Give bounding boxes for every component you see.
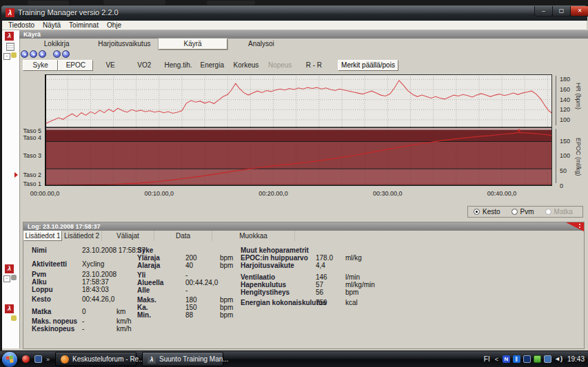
bluetooth-icon[interactable]: ᛒ <box>513 355 520 363</box>
tree-expand-icon[interactable]: - <box>3 53 10 60</box>
detail-value: 00:44.26,0 <box>82 295 116 303</box>
taskbar-button-label: Suunto Training Man... <box>159 355 229 363</box>
volume-icon[interactable]: ◄) <box>554 355 562 363</box>
detail-value: - <box>82 325 116 333</box>
log-corner-flag[interactable] <box>566 222 584 231</box>
detail-label: Kesto <box>32 295 82 303</box>
curve-tab-rr[interactable]: R - R <box>297 60 331 71</box>
language-indicator[interactable]: FI <box>484 355 490 363</box>
window-title: Training Manager versio 2.2.0 <box>18 8 119 17</box>
menu-ohje[interactable]: Ohje <box>105 21 128 29</box>
log-header: Log: 23.10.2008 17:58:37 <box>23 222 584 231</box>
detail-unit: bpm <box>220 311 233 319</box>
close-button[interactable]: ✕ <box>570 6 588 17</box>
log-tab-lisatiedot2[interactable]: Lisätiedot 2 <box>62 231 102 241</box>
detail-row: Ventilaatio146l/min <box>241 273 420 281</box>
detail-row: Alle- <box>137 286 239 294</box>
detail-unit: bpm <box>345 289 358 296</box>
log-list-icon[interactable] <box>6 43 14 51</box>
detail-value: Xycling <box>82 260 116 268</box>
curve-tab-energia[interactable]: Energia <box>195 60 229 71</box>
detail-label: Aktiviteetti <box>32 260 82 268</box>
epoc-axis-line <box>556 129 556 183</box>
tray-n-icon[interactable]: N <box>503 355 510 363</box>
markers-toggle-button[interactable]: Merkit päällä/pois <box>338 60 398 71</box>
quicklaunch-display-icon[interactable] <box>34 355 42 363</box>
detail-unit: bpm <box>220 262 233 269</box>
quicklaunch-chevron-icon[interactable]: » <box>46 356 50 363</box>
suunto-log-icon[interactable]: λ <box>5 304 14 313</box>
hr-axis-title: HR (bpm) <box>575 83 582 109</box>
taskbar-button-suunto[interactable]: λ Suunto Training Man... <box>142 352 223 366</box>
detail-value: 180 <box>185 296 220 304</box>
detail-unit: ml/kg/min <box>345 281 375 289</box>
curve-tab-korkeus[interactable]: Korkeus <box>229 60 263 71</box>
curve-tab-hengtih[interactable]: Heng.tih. <box>161 60 195 71</box>
athlete-icon[interactable] <box>11 315 17 321</box>
curve-tab-syke[interactable]: Syke <box>23 60 58 71</box>
athlete-icon[interactable] <box>11 52 17 58</box>
zoom-out-button[interactable]: − <box>62 50 70 58</box>
minimize-button[interactable]: – <box>534 6 553 17</box>
taso-label: Taso 1 <box>14 180 41 187</box>
detail-row: Loppu18:43:03 <box>32 286 145 293</box>
epoc-tick-label: 150 <box>560 138 570 145</box>
network-icon[interactable] <box>544 355 551 363</box>
detail-value: 146 <box>316 273 345 281</box>
radio-kesto[interactable]: Kesto <box>474 208 500 216</box>
corner-dot <box>579 227 580 228</box>
curve-tab-vo2[interactable]: VO2 <box>128 60 161 71</box>
scroll-right-button[interactable]: ▸ <box>39 50 46 58</box>
log-tab-muokkaa[interactable]: Muokkaa <box>212 231 295 241</box>
detail-value: 23.10.2008 <box>82 271 116 278</box>
detail-unit: km/h <box>116 325 132 333</box>
radio-selected-icon <box>474 209 480 215</box>
desktop-ghost <box>28 1 69 5</box>
detail-label: Nimi <box>32 247 82 254</box>
athlete-icon[interactable] <box>11 275 17 280</box>
windows-flag-icon <box>6 355 13 363</box>
detail-unit: ml/kg <box>345 254 362 262</box>
clock[interactable]: 19:43 <box>567 355 585 363</box>
log-tab-lisatiedot1[interactable]: Lisätiedot 1 <box>23 231 62 241</box>
log-tab-data[interactable]: Data <box>154 231 212 241</box>
marker-button[interactable]: ● <box>30 50 37 58</box>
maximize-button[interactable]: ▢ <box>552 6 571 17</box>
radio-icon <box>511 209 518 215</box>
hr-tick-label: 160 <box>560 86 570 93</box>
tab-lokikirja[interactable]: Lokikirja <box>23 39 90 50</box>
suunto-log-icon[interactable]: λ <box>5 32 14 41</box>
suunto-log-icon[interactable]: λ <box>5 264 14 273</box>
detail-unit: km/h <box>116 317 132 325</box>
quicklaunch-red-icon[interactable] <box>22 355 30 363</box>
log-tab-valiajat[interactable]: Väliajat <box>102 231 154 241</box>
tab-analysoi[interactable]: Analysoi <box>227 39 295 50</box>
menu-nayta[interactable]: Näytä <box>41 21 67 29</box>
detail-unit: bpm <box>220 254 233 262</box>
taskbar-button-firefox[interactable]: Keskusteluforum - Re... <box>55 352 136 366</box>
start-button[interactable] <box>2 352 17 367</box>
radio-pvm[interactable]: Pvm <box>511 208 534 216</box>
tab-kayra[interactable]: Käyrä <box>159 39 227 50</box>
tray-chevron-icon[interactable]: < <box>495 356 498 363</box>
curve-tab-ve[interactable]: VE <box>93 60 127 71</box>
detail-label: Alku <box>32 278 82 286</box>
display-settings-icon[interactable] <box>523 355 531 363</box>
menu-toiminnat[interactable]: Toiminnat <box>67 21 105 29</box>
radio-matka-label: Matka <box>554 208 573 216</box>
detail-unit: l/min <box>345 273 360 281</box>
menu-tiedosto[interactable]: Tiedosto <box>6 21 41 29</box>
hr-tick-label: 140 <box>560 96 570 103</box>
chart-plot[interactable] <box>45 74 552 186</box>
battery-icon[interactable] <box>534 355 541 363</box>
tab-harjoitusvaikutus[interactable]: Harjoitusvaikutus <box>90 39 158 50</box>
taskbar-button-label: Keskusteluforum - Re... <box>72 355 144 363</box>
tree-expand-icon[interactable]: - <box>3 275 10 282</box>
curve-tab-epoc[interactable]: EPOC <box>58 60 93 71</box>
desktop-ghost <box>207 1 255 5</box>
detail-row: Alueella00:44.24,0 <box>137 279 239 286</box>
detail-unit: bpm <box>220 304 233 311</box>
detail-row: Yli- <box>137 271 239 279</box>
zoom-in-button[interactable]: + <box>53 50 61 58</box>
scroll-left-button[interactable]: ◂ <box>21 50 28 58</box>
